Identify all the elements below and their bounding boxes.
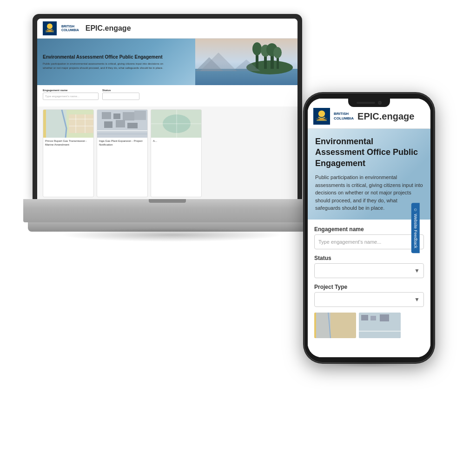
phone-bc-logo-icon: [313, 108, 330, 125]
phone-body: BRITISHCOLUMBIA EPIC.engage Environmenta…: [304, 93, 434, 363]
phone-project-type-label: Project Type: [314, 284, 424, 290]
status-field: Status: [102, 89, 139, 100]
card-map-3: [151, 110, 201, 138]
engagement-name-input[interactable]: Type engagement's name...: [43, 93, 99, 100]
scene: BRITISHCOLUMBIA EPIC.engage Environmenta…: [0, 0, 476, 460]
svg-rect-27: [123, 112, 134, 120]
hero-background: [195, 39, 298, 85]
phone-org-name: BRITISHCOLUMBIA: [334, 112, 354, 120]
laptop-screen-outer: BRITISHCOLUMBIA EPIC.engage Environmenta…: [33, 14, 302, 200]
laptop-device: BRITISHCOLUMBIA EPIC.engage Environmenta…: [23, 14, 311, 274]
svg-point-12: [273, 47, 282, 58]
svg-rect-18: [69, 114, 93, 133]
phone-map-svg-1: [314, 313, 356, 338]
map-visual-2: [97, 110, 147, 138]
phone-app-title: EPIC.engage: [357, 111, 414, 122]
status-label: Status: [102, 89, 139, 92]
engagement-placeholder: Type engagement's name...: [45, 95, 79, 98]
map-visual-3: [151, 110, 201, 138]
svg-point-39: [318, 110, 325, 117]
phone-device: BRITISHCOLUMBIA EPIC.engage Environmenta…: [304, 93, 434, 363]
phone-hero-heading: Environmental Assessment Office Public E…: [315, 136, 423, 169]
card-map-2: [97, 110, 147, 138]
svg-rect-41: [314, 313, 331, 338]
engagement-label: Engagement name: [43, 89, 99, 92]
phone-hero-text: Environmental Assessment Office Public E…: [315, 136, 423, 212]
card-map-1: [43, 110, 93, 138]
map-visual-1: [43, 110, 93, 138]
laptop-hero-text: Environmental Assessment Office Public E…: [43, 54, 164, 70]
phone-engagement-field: Engagement name Type engagement's name..…: [314, 226, 424, 249]
laptop-hero-heading: Environmental Assessment Office Public E…: [43, 54, 164, 60]
website-feedback-tab[interactable]: ☺ Website Feedback: [411, 203, 420, 253]
hero-scene-svg: [195, 39, 298, 85]
laptop-search-area: Engagement name Type engagement's name..…: [37, 85, 298, 107]
phone-hero-description: Public participation in environmental as…: [315, 173, 423, 212]
laptop-hinge: [149, 199, 186, 203]
svg-rect-33: [134, 111, 146, 120]
svg-rect-42: [314, 313, 316, 338]
chevron-down-icon: ▼: [414, 267, 420, 274]
phone-engagement-input[interactable]: Type engagement's name...: [314, 234, 424, 249]
card-title-3: A...: [151, 138, 201, 145]
phone-status-select[interactable]: ▼: [314, 263, 424, 278]
phone-speaker: [357, 102, 375, 104]
laptop-cards: Prince Rupert Gas Transmission - Marine …: [37, 107, 298, 200]
phone-engagement-placeholder: Type engagement's name...: [318, 239, 381, 245]
laptop-body: [23, 199, 311, 222]
phone-shadow: [323, 358, 416, 367]
phone-mini-card-2[interactable]: [359, 313, 401, 338]
svg-point-1: [47, 24, 53, 29]
svg-rect-30: [127, 123, 138, 128]
laptop-hero-image: [195, 39, 298, 85]
svg-rect-28: [104, 121, 112, 128]
phone-mini-card-1[interactable]: [314, 313, 356, 338]
phone-project-type-select[interactable]: ▼: [314, 292, 424, 307]
phone-status-label: Status: [314, 255, 424, 261]
laptop-shadow: [60, 228, 284, 242]
svg-rect-45: [370, 316, 376, 320]
feedback-icon: ☺: [413, 207, 418, 212]
bc-org-name: BRITISHCOLUMBIA: [61, 25, 79, 33]
laptop-search-row: Engagement name Type engagement's name..…: [43, 89, 292, 100]
phone-mini-cards: [314, 313, 424, 338]
svg-rect-25: [102, 112, 111, 119]
svg-rect-29: [116, 120, 125, 127]
laptop-screen: BRITISHCOLUMBIA EPIC.engage Environmenta…: [37, 19, 298, 200]
map-svg-2: [97, 110, 147, 138]
phone-status-field: Status ▼: [314, 255, 424, 278]
feedback-label: Website Feedback: [413, 213, 418, 248]
laptop-app-title: EPIC.engage: [86, 24, 131, 33]
laptop-bezel: BRITISHCOLUMBIA EPIC.engage Environmenta…: [37, 19, 298, 200]
laptop-ui: BRITISHCOLUMBIA EPIC.engage Environmenta…: [37, 19, 298, 200]
chevron-down-icon-2: ▼: [414, 296, 420, 303]
svg-rect-26: [113, 113, 120, 119]
status-input[interactable]: [102, 93, 139, 100]
phone-map-svg-2: [359, 313, 401, 338]
phone-notch: [348, 99, 390, 107]
phone-screen: BRITISHCOLUMBIA EPIC.engage Environmenta…: [308, 99, 430, 357]
map-svg-3: [151, 110, 201, 138]
card-title-1: Prince Rupert Gas Transmission - Marine …: [43, 138, 93, 149]
svg-rect-44: [361, 315, 368, 320]
list-item[interactable]: A...: [151, 109, 202, 197]
svg-rect-23: [43, 110, 46, 138]
list-item[interactable]: Inga Gas Plant Expansion - Project Notif…: [97, 109, 148, 197]
laptop-hero: Environmental Assessment Office Public E…: [37, 39, 298, 85]
map-svg-1: [43, 110, 93, 138]
phone-project-type-field: Project Type ▼: [314, 284, 424, 307]
engagement-name-field: Engagement name Type engagement's name..…: [43, 89, 99, 100]
svg-rect-46: [380, 314, 389, 321]
svg-point-9: [252, 42, 262, 55]
phone-engagement-label: Engagement name: [314, 226, 424, 233]
laptop-hero-description: Public participation in environmental as…: [43, 62, 164, 70]
laptop-header: BRITISHCOLUMBIA EPIC.engage: [37, 19, 298, 39]
card-title-2: Inga Gas Plant Expansion - Project Notif…: [97, 138, 147, 149]
phone-camera: [378, 101, 382, 105]
list-item[interactable]: Prince Rupert Gas Transmission - Marine …: [43, 109, 94, 197]
bc-logo-icon: [43, 21, 57, 35]
